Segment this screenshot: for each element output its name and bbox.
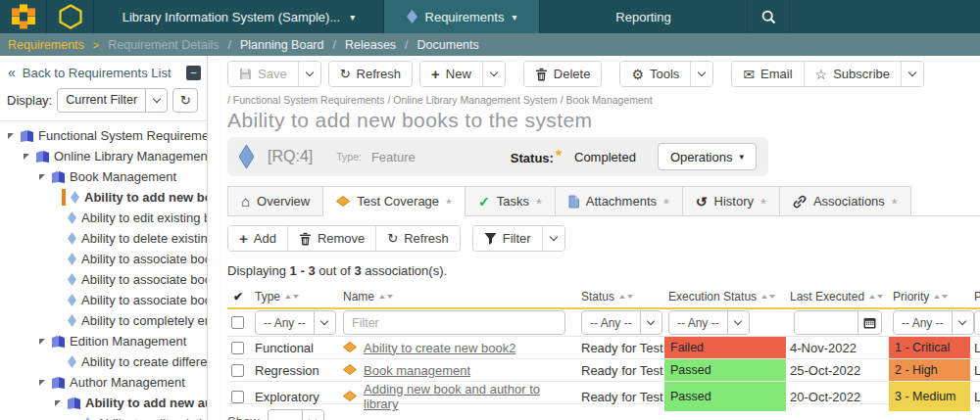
- delete-label: Delete: [554, 67, 591, 81]
- chevron-down-icon: ▾: [512, 12, 516, 23]
- tree-expander-icon[interactable]: [24, 154, 29, 160]
- tab-attachments[interactable]: Attachments *: [555, 186, 683, 215]
- sort-arrows-icon[interactable]: [619, 295, 633, 299]
- priority-filter-select[interactable]: -- Any --: [893, 310, 974, 335]
- breadcrumb-separator: /: [405, 38, 408, 52]
- back-to-requirements-link[interactable]: Back to Requirements List: [23, 66, 172, 80]
- delete-button[interactable]: Delete: [524, 62, 602, 86]
- column-header-last-executed[interactable]: Last Executed: [786, 290, 889, 303]
- tree-expander-icon[interactable]: [55, 400, 61, 406]
- breadcrumb-link-planning-board[interactable]: Planning Board: [240, 38, 323, 52]
- tree-expander-icon[interactable]: [8, 133, 14, 139]
- new-dropdown-button[interactable]: [482, 62, 505, 86]
- filter-dropdown-button[interactable]: [542, 226, 564, 251]
- filter-button[interactable]: Filter: [473, 226, 542, 251]
- requirement-summary-icon: [52, 336, 65, 348]
- column-header-status[interactable]: Status: [577, 290, 664, 303]
- save-button[interactable]: Save: [228, 62, 298, 86]
- sort-arrows-icon[interactable]: [934, 295, 948, 299]
- clipped-filter-input[interactable]: [974, 310, 980, 335]
- tree-item[interactable]: Ability to edit existing: [0, 413, 207, 420]
- tab-tasks[interactable]: ✓ Tasks *: [465, 186, 556, 215]
- name-filter-input[interactable]: [343, 310, 565, 335]
- tree-item[interactable]: Author Management: [0, 372, 207, 393]
- tree-item[interactable]: Ability to delete existing books: [0, 228, 207, 249]
- column-header-priority[interactable]: Priority: [889, 290, 970, 303]
- history-icon: ↺: [696, 194, 708, 210]
- test-case-link[interactable]: Ability to create new book2: [364, 341, 515, 355]
- table-row: ExploratoryAdding new book and author to…: [227, 382, 980, 404]
- row-checkbox[interactable]: [231, 364, 244, 377]
- product-menu[interactable]: Library Information System (Sample)... ▾: [94, 0, 384, 33]
- breadcrumb-link-documents[interactable]: Documents: [417, 38, 479, 52]
- new-label: New: [446, 67, 471, 81]
- tab-test-coverage[interactable]: Test Coverage *: [322, 186, 466, 216]
- filter-row-checkbox[interactable]: [231, 316, 244, 329]
- tree-item[interactable]: Book Management: [0, 166, 207, 187]
- tree-item[interactable]: Ability to add new books: [0, 187, 207, 208]
- date-filter-input[interactable]: [795, 311, 858, 335]
- column-header-name[interactable]: Name: [339, 290, 577, 303]
- tree-item[interactable]: Ability to create different: [0, 351, 207, 372]
- tools-dropdown-button[interactable]: [690, 62, 712, 86]
- nav-tab-reporting[interactable]: Reporting: [540, 0, 748, 33]
- operations-button[interactable]: Operations ▾: [658, 143, 757, 170]
- search-icon: [761, 10, 776, 24]
- tree-item[interactable]: Ability to add new authors: [0, 393, 207, 413]
- clipped-value: L: [974, 341, 980, 355]
- coverage-toolbar: + Add Remove: [227, 225, 980, 252]
- tree-item[interactable]: Ability to associate books: [0, 249, 207, 269]
- add-button[interactable]: + Add: [228, 226, 287, 251]
- tab-label: History: [714, 194, 754, 209]
- tree-item[interactable]: Ability to associate books: [0, 290, 207, 310]
- test-case-link[interactable]: Book management: [364, 363, 470, 378]
- display-filter-select[interactable]: Current Filter: [57, 88, 168, 113]
- row-checkbox[interactable]: [231, 391, 244, 403]
- column-header-clipped[interactable]: P: [970, 290, 980, 303]
- coverage-refresh-button[interactable]: ↻ Refresh: [375, 226, 459, 251]
- email-button[interactable]: ✉ Email: [732, 62, 803, 86]
- last-executed-date-filter[interactable]: [794, 310, 882, 335]
- tree-expander-icon[interactable]: [39, 174, 45, 180]
- sidebar-refresh-button[interactable]: ↻: [172, 88, 198, 113]
- subscribe-dropdown-button[interactable]: [901, 62, 923, 86]
- new-button[interactable]: + New: [420, 62, 482, 86]
- sort-arrows-icon[interactable]: [285, 295, 299, 299]
- tree-item[interactable]: Functional System Requirements: [0, 125, 207, 146]
- execution-status-filter-select[interactable]: -- Any --: [668, 310, 750, 335]
- tree-expander-icon[interactable]: [39, 380, 45, 386]
- test-case-link[interactable]: Adding new book and author to library: [364, 382, 577, 411]
- tab-overview[interactable]: ⌂ Overview: [227, 186, 323, 215]
- page-size-select[interactable]: [268, 409, 324, 420]
- remove-button[interactable]: Remove: [287, 226, 375, 251]
- sort-arrows-icon[interactable]: [379, 295, 393, 299]
- column-header-type[interactable]: Type: [251, 290, 339, 303]
- tree-item[interactable]: Ability to associate books: [0, 269, 207, 290]
- select-all-check-icon[interactable]: ✔: [231, 290, 243, 303]
- subscribe-button[interactable]: ☆ Subscribe: [804, 62, 901, 86]
- type-filter-select[interactable]: -- Any --: [255, 310, 336, 335]
- tree-item[interactable]: Online Library Management System: [0, 146, 207, 166]
- collapse-sidebar-button[interactable]: −: [186, 66, 201, 80]
- save-dropdown-button[interactable]: [298, 62, 320, 86]
- sort-arrows-icon[interactable]: [761, 295, 775, 299]
- tab-history[interactable]: ↺ History *: [682, 186, 780, 215]
- global-search-button[interactable]: [748, 0, 790, 33]
- tree-item[interactable]: Edition Management: [0, 331, 207, 351]
- sort-arrows-icon[interactable]: [869, 295, 883, 299]
- status-filter-select[interactable]: -- Any --: [581, 310, 662, 335]
- breadcrumb-link-releases[interactable]: Releases: [345, 38, 396, 52]
- tree-item[interactable]: Ability to completely erase: [0, 310, 207, 331]
- tab-associations[interactable]: Associations *: [779, 186, 911, 215]
- row-checkbox[interactable]: [231, 342, 244, 354]
- tree-item[interactable]: Ability to edit existing books: [0, 208, 207, 228]
- tools-button[interactable]: ⚙ Tools: [620, 62, 690, 86]
- breadcrumb-current[interactable]: Requirements: [8, 38, 84, 52]
- workspace-hexagon-button[interactable]: [47, 0, 94, 33]
- nav-tab-requirements[interactable]: Requirements ▾: [384, 0, 540, 33]
- column-header-execution-status[interactable]: Execution Status: [664, 290, 786, 303]
- inflectra-logo[interactable]: [0, 0, 47, 33]
- tree-expander-icon[interactable]: [39, 339, 45, 345]
- calendar-button[interactable]: [858, 311, 881, 334]
- refresh-button[interactable]: ↻ Refresh: [329, 62, 412, 86]
